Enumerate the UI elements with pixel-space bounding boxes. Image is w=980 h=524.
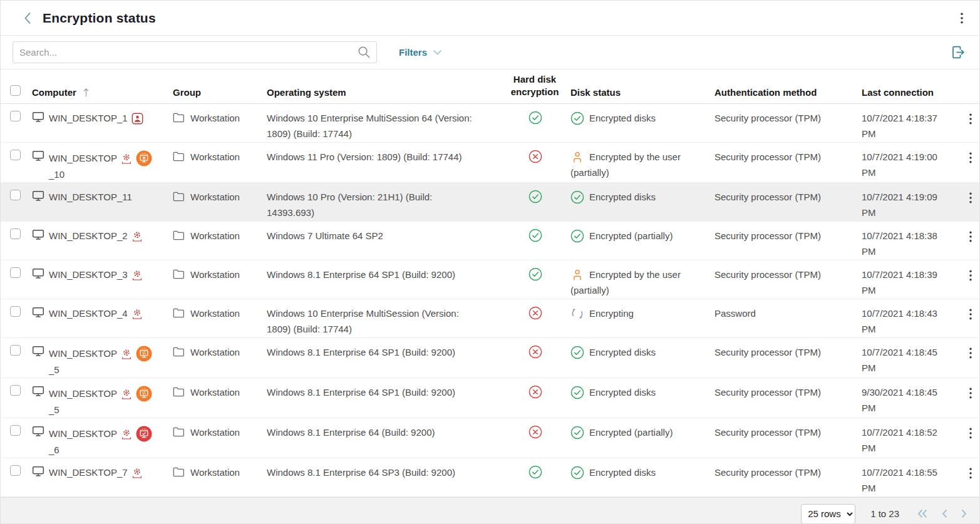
last-connection-label: 10/7/2021 4:18:39 PM bbox=[862, 267, 961, 298]
disk-status: Encrypted disks bbox=[570, 189, 714, 205]
last-connection-label: 9/30/2021 4:18:45 PM bbox=[862, 384, 961, 416]
export-button[interactable] bbox=[949, 43, 968, 62]
monitor-icon bbox=[32, 307, 44, 321]
row-menu-button[interactable] bbox=[966, 268, 976, 283]
folder-icon bbox=[173, 152, 185, 162]
last-connection-label: 10/7/2021 4:18:43 PM bbox=[862, 306, 961, 337]
group-label: Workstation bbox=[190, 267, 240, 282]
select-all-checkbox[interactable] bbox=[10, 85, 21, 96]
check-circle-icon bbox=[529, 111, 542, 125]
row-checkbox[interactable] bbox=[10, 306, 21, 317]
user-icon bbox=[570, 150, 584, 164]
row-checkbox[interactable] bbox=[10, 385, 21, 396]
row-menu-button[interactable] bbox=[966, 150, 976, 165]
authentication-method-label: Security processor (TPM) bbox=[714, 384, 862, 400]
table-row[interactable]: WIN_DESKTOP_1 Workstation Windows 10 Ent… bbox=[1, 104, 979, 143]
table-row[interactable]: WIN_DESKTOP_3 Workstation Windows 8.1 En… bbox=[1, 260, 979, 299]
check-circle-icon bbox=[570, 190, 584, 204]
page-title: Encryption status bbox=[43, 11, 156, 26]
row-checkbox[interactable] bbox=[10, 425, 21, 436]
check-circle-icon bbox=[570, 229, 584, 243]
row-checkbox[interactable] bbox=[10, 150, 21, 160]
toolbar: Filters bbox=[1, 36, 979, 69]
disk-status-label: Encrypted disks bbox=[589, 387, 656, 398]
table-row[interactable]: WIN_DESKTOP _5 Workstation Windows 8.1 E… bbox=[1, 378, 979, 418]
pager bbox=[916, 507, 969, 520]
row-checkbox[interactable] bbox=[10, 190, 21, 200]
column-header-authentication-method[interactable]: Authentication method bbox=[714, 87, 862, 98]
row-menu-button[interactable] bbox=[966, 386, 976, 401]
folder-icon bbox=[173, 192, 185, 202]
column-header-group[interactable]: Group bbox=[173, 87, 267, 98]
table-row[interactable]: WIN_DESKTOP_4 Workstation Windows 10 Ent… bbox=[1, 299, 979, 338]
computer-name-wrap: _6 bbox=[49, 442, 152, 458]
encryption-status-page: Encryption status Filters bbox=[0, 0, 980, 524]
monitor-icon bbox=[32, 346, 44, 378]
table-row[interactable]: WIN_DESKTOP _10 Workstation Windows 11 P… bbox=[1, 143, 979, 183]
computer-name[interactable]: WIN_DESKTOP_2 bbox=[49, 228, 128, 244]
computer-name[interactable]: WIN_DESKTOP_7 bbox=[49, 465, 128, 480]
row-checkbox[interactable] bbox=[10, 111, 21, 121]
check-circle-icon bbox=[529, 267, 542, 281]
back-button[interactable] bbox=[19, 9, 35, 28]
filters-button[interactable]: Filters bbox=[396, 44, 445, 60]
x-circle-icon bbox=[529, 425, 542, 439]
computer-name[interactable]: WIN_DESKTOP bbox=[49, 386, 117, 401]
table-row[interactable]: WIN_DESKTOP _5 Workstation Windows 8.1 E… bbox=[1, 338, 979, 378]
last-connection-label: 10/7/2021 4:18:45 PM bbox=[862, 344, 961, 376]
computer-name[interactable]: WIN_DESKTOP_1 bbox=[49, 110, 128, 126]
first-page-button[interactable] bbox=[916, 507, 929, 520]
row-checkbox[interactable] bbox=[10, 465, 21, 476]
row-menu-button[interactable] bbox=[966, 346, 976, 361]
table-row[interactable]: WIN_DESKTOP_7 Workstation Windows 8.1 En… bbox=[1, 458, 979, 497]
group-label: Workstation bbox=[190, 465, 240, 480]
column-header-disk-status[interactable]: Disk status bbox=[570, 87, 714, 98]
column-header-last-connection[interactable]: Last connection bbox=[862, 87, 961, 98]
authentication-method-label: Password bbox=[714, 306, 862, 321]
computer-name[interactable]: WIN_DESKTOP_4 bbox=[49, 306, 128, 321]
row-menu-button[interactable] bbox=[966, 111, 976, 126]
computer-name[interactable]: WIN_DESKTOP_11 bbox=[49, 189, 132, 205]
gear-underline-badge-icon bbox=[121, 153, 132, 165]
row-checkbox[interactable] bbox=[10, 267, 21, 278]
column-header-hard-disk-encryption[interactable]: Hard disk encryption bbox=[508, 73, 570, 98]
disk-status-label: Encrypted by the user (partially) bbox=[570, 269, 681, 295]
table-row[interactable]: WIN_DESKTOP _6 Workstation Windows 8.1 E… bbox=[1, 418, 979, 458]
previous-page-button[interactable] bbox=[939, 507, 949, 520]
x-circle-icon bbox=[529, 385, 542, 399]
last-connection-label: 10/7/2021 4:18:37 PM bbox=[862, 110, 961, 141]
table-row[interactable]: WIN_DESKTOP_2 Workstation Windows 7 Ulti… bbox=[1, 222, 979, 260]
authentication-method-label: Security processor (TPM) bbox=[714, 344, 862, 360]
row-checkbox[interactable] bbox=[10, 345, 21, 356]
folder-icon bbox=[173, 113, 185, 123]
column-header-computer[interactable]: Computer bbox=[32, 87, 173, 98]
filters-label: Filters bbox=[399, 47, 427, 58]
group-label: Workstation bbox=[190, 306, 240, 321]
computer-name-wrap: _5 bbox=[49, 362, 152, 378]
row-menu-button[interactable] bbox=[966, 190, 976, 205]
computer-name[interactable]: WIN_DESKTOP bbox=[49, 150, 117, 166]
last-connection-label: 10/7/2021 4:19:09 PM bbox=[862, 189, 961, 220]
row-menu-button[interactable] bbox=[966, 229, 976, 244]
column-header-os[interactable]: Operating system bbox=[267, 87, 508, 98]
folder-icon bbox=[173, 387, 185, 397]
search-input[interactable] bbox=[13, 41, 377, 63]
disk-status: Encrypted disks bbox=[570, 384, 714, 400]
page-menu-button[interactable] bbox=[956, 10, 968, 26]
check-circle-icon bbox=[570, 426, 584, 439]
row-checkbox[interactable] bbox=[10, 229, 21, 239]
operating-system-label: Windows 7 Ultimate 64 SP2 bbox=[267, 228, 508, 244]
next-page-button[interactable] bbox=[959, 507, 969, 520]
row-menu-button[interactable] bbox=[966, 307, 976, 322]
pagination-bar: 25 rows 1 to 23 bbox=[1, 497, 979, 524]
table-row[interactable]: WIN_DESKTOP_11 Workstation Windows 10 Pr… bbox=[1, 183, 979, 222]
group-label: Workstation bbox=[190, 384, 240, 400]
kebab-menu-icon bbox=[961, 13, 963, 24]
computer-name[interactable]: WIN_DESKTOP bbox=[49, 426, 117, 441]
group-label: Workstation bbox=[190, 149, 240, 165]
row-menu-button[interactable] bbox=[966, 426, 976, 441]
rows-per-page-select[interactable]: 25 rows bbox=[801, 504, 855, 524]
row-menu-button[interactable] bbox=[966, 466, 976, 481]
computer-name[interactable]: WIN_DESKTOP_3 bbox=[49, 267, 128, 282]
computer-name[interactable]: WIN_DESKTOP bbox=[49, 346, 117, 361]
